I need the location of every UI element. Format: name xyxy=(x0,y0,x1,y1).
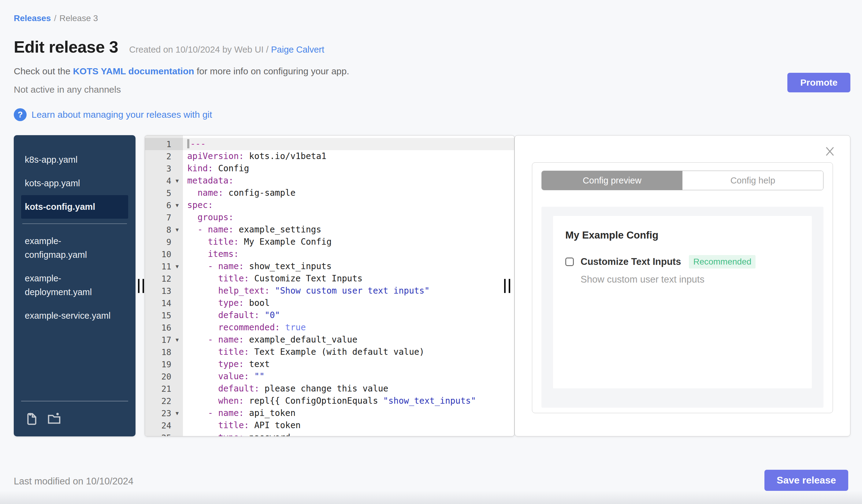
code-line-13[interactable]: help_text: "Show custom user text inputs… xyxy=(183,285,514,297)
code-line-22[interactable]: when: repl{{ ConfigOptionEquals "show_te… xyxy=(183,395,514,407)
code-line-5[interactable]: name: config-sample xyxy=(183,187,514,199)
line-number: 13 xyxy=(145,286,171,296)
code-line-2[interactable]: apiVersion: kots.io/v1beta1 xyxy=(183,150,514,162)
code-line-25[interactable]: type: password xyxy=(183,432,514,436)
file-tree-sidebar: k8s-app.yamlkots-app.yamlkots-config.yam… xyxy=(14,135,135,436)
promote-button[interactable]: Promote xyxy=(787,73,850,92)
code-token: groups: xyxy=(198,212,234,222)
breadcrumb: Releases/Release 3 xyxy=(14,13,850,23)
file-item-example-deployment.yaml[interactable]: example-deployment.yaml xyxy=(21,267,128,304)
file-name: k8s-app.yaml xyxy=(25,153,77,167)
code-line-11[interactable]: - name: show_text_inputs xyxy=(183,260,514,273)
code-line-8[interactable]: - name: example_settings xyxy=(183,224,514,236)
code-line-14[interactable]: type: bool xyxy=(183,297,514,309)
code-line-7[interactable]: groups: xyxy=(183,211,514,224)
title-row: Edit release 3 Created on 10/10/2024 by … xyxy=(14,37,850,56)
code-token xyxy=(187,371,218,381)
gutter-line-6: 6▼ xyxy=(145,199,183,211)
resize-bar xyxy=(143,279,144,293)
code-line-21[interactable]: default: please change this value xyxy=(183,383,514,395)
code-line-18[interactable]: title: Text Example (with default value) xyxy=(183,346,514,358)
fold-caret-icon[interactable]: ▼ xyxy=(171,410,183,416)
code-line-17[interactable]: - name: example_default_value xyxy=(183,334,514,346)
code-line-19[interactable]: type: text xyxy=(183,358,514,370)
code-line-12[interactable]: title: Customize Text Inputs xyxy=(183,273,514,285)
gutter-line-20: 20 xyxy=(145,370,183,383)
save-release-button[interactable]: Save release xyxy=(765,470,848,491)
gutter-line-4: 4▼ xyxy=(145,175,183,187)
channel-status: Not active in any channels xyxy=(14,84,850,95)
code-token: type: xyxy=(218,359,244,369)
customize-text-inputs-checkbox[interactable] xyxy=(565,257,574,266)
code-token: My Example Config xyxy=(239,237,331,247)
file-item-example-configmap.yaml[interactable]: example-configmap.yaml xyxy=(21,229,128,267)
code-token xyxy=(187,420,218,430)
code-token: default: xyxy=(218,310,259,320)
line-number: 18 xyxy=(145,347,171,357)
code-line-6[interactable]: spec: xyxy=(183,199,514,211)
code-line-24[interactable]: title: API token xyxy=(183,419,514,432)
release-editor-page: Releases/Release 3 Edit release 3 Create… xyxy=(0,0,862,504)
code-token xyxy=(187,334,208,345)
kots-docs-link[interactable]: KOTS YAML documentation xyxy=(73,66,194,76)
code-token: - name: xyxy=(208,261,244,271)
file-plus-icon xyxy=(25,422,39,427)
line-number: 24 xyxy=(145,421,171,430)
tab-config-help[interactable]: Config help xyxy=(682,171,823,190)
resize-handle-right[interactable] xyxy=(504,279,510,293)
editor-code-area[interactable]: ---apiVersion: kots.io/v1beta1kind: Conf… xyxy=(183,135,514,436)
config-item-label: Customize Text Inputs xyxy=(580,256,681,267)
fold-caret-icon[interactable]: ▼ xyxy=(171,227,183,233)
close-preview-button[interactable] xyxy=(822,143,838,159)
fold-caret-icon[interactable]: ▼ xyxy=(171,337,183,343)
code-line-23[interactable]: - name: api_token xyxy=(183,407,514,419)
code-token: kots.io/v1beta1 xyxy=(244,151,326,161)
file-item-kots-app.yaml[interactable]: kots-app.yaml xyxy=(21,172,128,195)
code-line-4[interactable]: metadata: xyxy=(183,175,514,187)
add-file-button[interactable] xyxy=(25,412,39,426)
fold-caret-icon[interactable]: ▼ xyxy=(171,263,183,269)
config-preview-panel: Config preview Config help My Example Co… xyxy=(514,135,850,436)
breadcrumb-separator: / xyxy=(54,13,56,23)
close-icon xyxy=(824,154,836,158)
file-item-kots-config.yaml[interactable]: kots-config.yaml xyxy=(21,195,128,219)
code-token: show_text_inputs xyxy=(244,261,331,271)
code-token: default: xyxy=(218,384,259,394)
code-token: title: xyxy=(218,274,249,283)
page-title: Edit release 3 xyxy=(14,37,118,56)
code-line-20[interactable]: value: "" xyxy=(183,370,514,383)
code-line-9[interactable]: title: My Example Config xyxy=(183,236,514,248)
code-token: please change this value xyxy=(259,384,388,394)
file-item-k8s-app.yaml[interactable]: k8s-app.yaml xyxy=(21,148,128,172)
code-token: true xyxy=(285,322,305,332)
config-item-row: Customize Text Inputs Recommended xyxy=(565,255,800,268)
resize-bar xyxy=(504,279,506,293)
file-item-example-service.yaml[interactable]: example-service.yaml xyxy=(21,304,128,328)
code-line-15[interactable]: default: "0" xyxy=(183,309,514,321)
code-line-16[interactable]: recommended: true xyxy=(183,321,514,334)
gutter-line-22: 22 xyxy=(145,395,183,407)
tab-config-preview[interactable]: Config preview xyxy=(542,171,682,190)
resize-handle-left[interactable] xyxy=(138,279,144,293)
file-name: example-service.yaml xyxy=(25,309,110,323)
line-number: 16 xyxy=(145,323,171,332)
gutter-line-10: 10 xyxy=(145,248,183,260)
code-token xyxy=(187,322,218,332)
add-folder-button[interactable] xyxy=(47,412,62,426)
author-link[interactable]: Paige Calvert xyxy=(271,45,324,54)
code-editor[interactable]: 1234▼56▼78▼91011▼121314151617▼1819202122… xyxy=(145,135,514,436)
fold-caret-icon[interactable]: ▼ xyxy=(171,178,183,184)
fold-caret-icon[interactable]: ▼ xyxy=(171,202,183,208)
git-releases-link[interactable]: Learn about managing your releases with … xyxy=(31,109,212,120)
config-item-help: Show custom user text inputs xyxy=(580,274,800,285)
code-line-1[interactable]: --- xyxy=(183,138,514,150)
code-token xyxy=(187,359,218,369)
config-group-card: My Example Config Customize Text Inputs … xyxy=(553,216,812,388)
breadcrumb-releases-link[interactable]: Releases xyxy=(14,13,51,23)
code-line-10[interactable]: items: xyxy=(183,248,514,260)
last-modified-text: Last modified on 10/10/2024 xyxy=(14,476,133,487)
code-line-3[interactable]: kind: Config xyxy=(183,162,514,175)
doc-line-suffix: for more info on configuring your app. xyxy=(194,66,349,76)
gutter-line-16: 16 xyxy=(145,321,183,334)
gutter-line-15: 15 xyxy=(145,309,183,321)
